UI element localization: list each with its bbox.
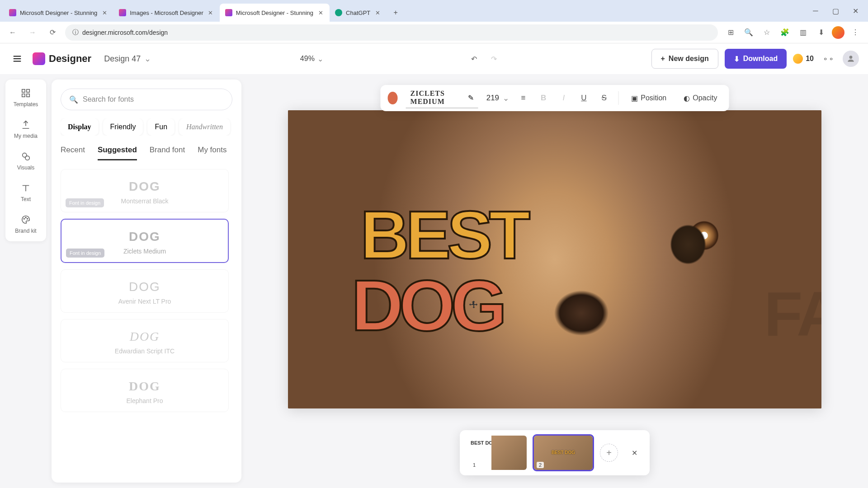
font-card-selected[interactable]: DOG Ziclets Medium Font in design [61,219,229,263]
divider [618,91,619,105]
rail-templates[interactable]: Templates [10,87,42,108]
fonts-panel: 🔍 Search for fonts Display Friendly Fun … [52,80,241,483]
rail-visuals[interactable]: Visuals [10,150,42,171]
thumb-image [491,436,527,470]
tab-suggested[interactable]: Suggested [98,145,137,160]
design-canvas[interactable]: BEST DOG FA [288,110,821,408]
tab-brand-font[interactable]: Brand font [150,145,185,160]
bookmark-icon[interactable]: ☆ [760,25,774,40]
rail-my-media[interactable]: My media [10,118,42,139]
position-label: Position [641,94,666,102]
canvas-text-dog[interactable]: DOG [351,264,502,347]
edit-icon: ✎ [468,94,474,102]
palette-icon [19,213,32,226]
font-sample: DOG [68,179,221,194]
new-design-button[interactable]: + New design [651,49,718,69]
svg-rect-5 [27,89,29,92]
browser-tab[interactable]: ChatGPT ✕ [330,4,387,22]
rail-label: Brand kit [15,228,36,234]
profile-avatar[interactable] [832,26,844,39]
forward-icon[interactable]: → [25,25,40,40]
download-button[interactable]: ⬇ Download [725,49,787,69]
font-sample: DOG [68,329,221,344]
canvas-text-best[interactable]: BEST [360,196,527,274]
page-thumbnail-active[interactable]: BEST DOG 2 [534,436,593,470]
close-icon[interactable]: ✕ [207,9,214,16]
close-icon[interactable]: ✕ [627,446,642,460]
font-tabs: Recent Suggested Brand font My fonts [61,145,232,161]
color-swatch[interactable] [388,92,398,104]
font-card[interactable]: DOG Avenir Next LT Pro [61,269,229,313]
rail-brand-kit[interactable]: Brand kit [10,213,42,234]
share-icon[interactable]: ⚬⚬ [820,51,836,67]
downloads-icon[interactable]: ⬇ [814,25,828,40]
hamburger-icon[interactable] [9,51,25,67]
search-icon: 🔍 [69,95,78,104]
header-actions: + New design ⬇ Download 10 ⚬⚬ [651,49,859,69]
tab-title: Images - Microsoft Designer [130,9,203,16]
favicon-icon [119,9,126,16]
design-name-dropdown[interactable]: Design 47 ⌄ [104,54,151,64]
svg-point-11 [25,217,26,218]
font-card[interactable]: DOG Montserrat Black Font in design [61,169,229,212]
search-input[interactable]: 🔍 Search for fonts [61,89,232,110]
rail-text[interactable]: Text [10,182,42,202]
credits-display[interactable]: 10 [793,54,814,64]
font-card[interactable]: DOG Elephant Pro [61,369,229,412]
browser-tab[interactable]: Images - Microsoft Designer ✕ [113,4,220,22]
zoom-control[interactable]: 49% ⌄ [300,55,323,63]
align-icon[interactable]: ≡ [517,90,529,106]
font-list[interactable]: DOG Montserrat Black Font in design DOG … [61,169,232,458]
new-tab-button[interactable]: + [388,5,403,20]
close-icon[interactable]: ✕ [374,9,381,16]
page-thumbnail[interactable]: BEST DOGS FAILS 1 [468,436,527,470]
font-name: Edwardian Script ITC [68,347,221,355]
font-card[interactable]: DOG Edwardian Script ITC [61,319,229,362]
maximize-icon[interactable]: ▢ [826,4,844,18]
minimize-icon[interactable]: ─ [807,4,825,18]
position-button[interactable]: ▣ Position [627,91,671,105]
workspace: Templates My media Visuals Text Brand ki… [0,74,868,488]
browser-tab[interactable]: Microsoft Designer - Stunning ✕ [4,4,113,22]
bold-icon[interactable]: B [538,90,550,106]
svg-point-10 [24,218,24,219]
credits-value: 10 [806,55,814,63]
category-chip[interactable]: Handwritten [179,118,230,136]
rail-label: My media [14,133,38,139]
strikethrough-icon[interactable]: S [598,90,610,106]
undo-icon[interactable]: ↶ [466,51,482,67]
site-info-icon[interactable]: ⓘ [72,28,79,37]
close-icon[interactable]: ✕ [317,9,324,16]
zoom-icon[interactable]: 🔍 [741,25,756,40]
extensions-icon[interactable]: 🧩 [778,25,792,40]
close-window-icon[interactable]: ✕ [846,4,864,18]
font-size-control[interactable]: 219 ⌄ [486,94,509,103]
add-page-button[interactable]: + [600,444,618,462]
browser-tab-active[interactable]: Microsoft Designer - Stunning ✕ [220,4,330,22]
reload-icon[interactable]: ⟳ [45,25,60,40]
italic-icon[interactable]: I [557,90,570,106]
svg-point-9 [25,156,29,160]
category-chip[interactable]: Friendly [103,118,143,136]
canvas-area: Ziclets Medium ✎ 219 ⌄ ≡ B I U S ▣ Posit… [241,74,868,488]
opacity-button[interactable]: ◐ Opacity [679,91,722,105]
canvas-text-fails[interactable]: FA [764,277,821,351]
redo-icon[interactable]: ↷ [486,51,502,67]
underline-icon[interactable]: U [578,90,590,106]
user-avatar[interactable] [843,51,859,67]
close-icon[interactable]: ✕ [101,9,108,16]
favicon-icon [9,9,16,16]
back-icon[interactable]: ← [5,25,20,40]
install-icon[interactable]: ⊞ [723,25,738,40]
tab-my-fonts[interactable]: My fonts [198,145,226,160]
category-chip[interactable]: Fun [147,118,175,136]
url-input[interactable]: ⓘ designer.microsoft.com/design [65,24,718,41]
category-chip[interactable]: Display [61,118,99,136]
menu-icon[interactable]: ⋮ [848,25,863,40]
app-logo[interactable]: Designer [33,52,91,65]
reading-list-icon[interactable]: ▥ [796,25,810,40]
opacity-label: Opacity [693,94,717,102]
font-selector[interactable]: Ziclets Medium ✎ [406,88,478,108]
tab-recent[interactable]: Recent [61,145,85,160]
address-actions: ⊞ 🔍 ☆ 🧩 ▥ ⬇ ⋮ [723,25,863,40]
